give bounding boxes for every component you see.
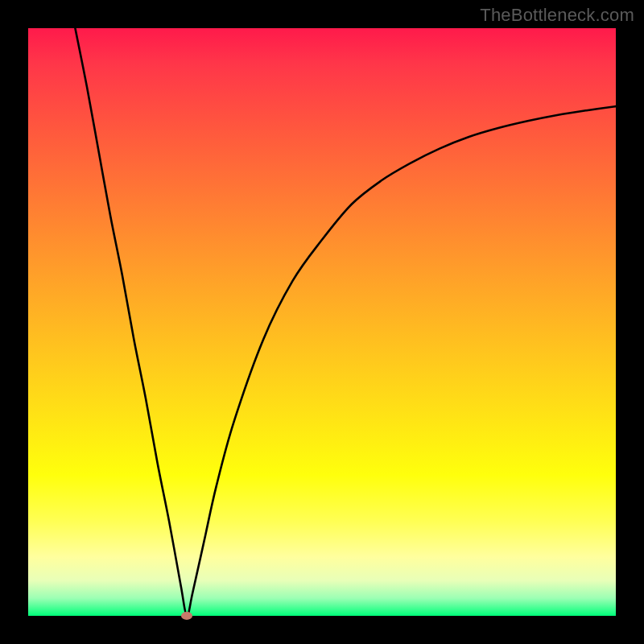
minimum-marker [181, 612, 192, 620]
chart-frame: TheBottleneck.com [0, 0, 644, 644]
plot-area [28, 28, 616, 616]
watermark-text: TheBottleneck.com [480, 5, 634, 26]
bottleneck-curve [28, 28, 616, 616]
